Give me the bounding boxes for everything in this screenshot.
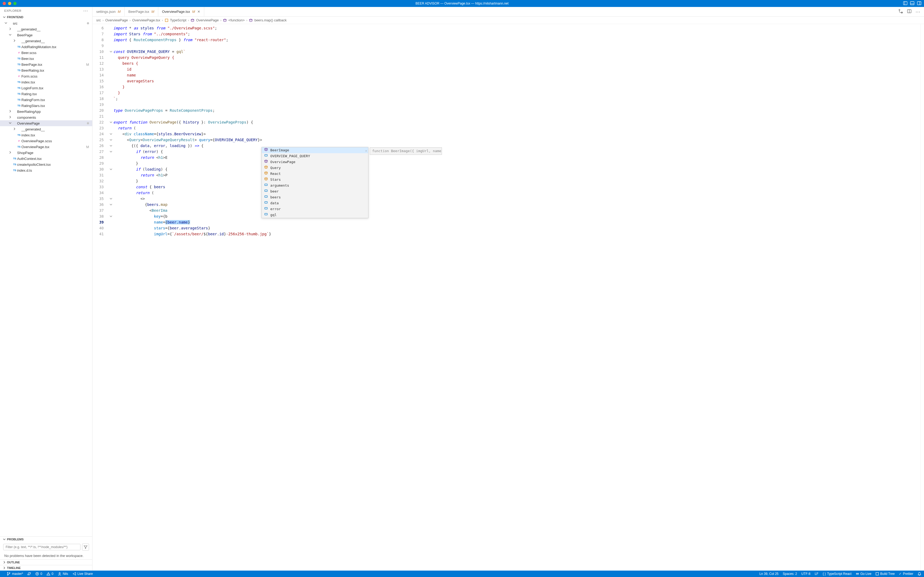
maximize-window-icon[interactable]	[13, 2, 16, 5]
tree-item[interactable]: TSRatingForm.tsx	[0, 97, 92, 103]
language-mode[interactable]: { } TypeScript React	[823, 572, 852, 575]
git-branch[interactable]: master*	[7, 572, 23, 575]
suggest-kind-icon	[264, 194, 268, 200]
read-more-icon[interactable]: ›	[365, 148, 367, 154]
close-tab-icon[interactable]: ✕	[197, 10, 200, 14]
split-editor-icon[interactable]	[907, 9, 912, 15]
chevron-down-icon[interactable]	[4, 21, 8, 26]
breadcrumb-item[interactable]: beers.map() callback	[254, 18, 287, 22]
suggest-item[interactable]: OverviewPage	[262, 159, 368, 165]
prettier[interactable]: ✓ Prettier	[899, 572, 913, 575]
breadcrumb-item[interactable]: TypeScript	[170, 18, 186, 22]
file-tree[interactable]: src__generated__BeerPage__generated__TSA…	[0, 20, 92, 537]
layout-panel-bottom-icon[interactable]	[910, 1, 914, 6]
filter-icon[interactable]	[82, 543, 89, 551]
suggest-item[interactable]: error	[262, 206, 368, 212]
chevron-right-icon[interactable]	[8, 151, 12, 155]
chevron-right-icon[interactable]	[13, 127, 16, 131]
tree-item[interactable]: TSAuthContext.tsx	[0, 156, 92, 161]
warnings-count[interactable]: 0	[47, 572, 53, 575]
compare-changes-icon[interactable]	[898, 9, 903, 15]
tree-item[interactable]: __generated__	[0, 126, 92, 132]
tree-item[interactable]: TSindex.tsx	[0, 132, 92, 138]
sync-icon[interactable]	[27, 572, 31, 575]
breadcrumb-item[interactable]: OverviewPage	[105, 18, 128, 22]
minimap[interactable]	[920, 24, 924, 571]
breadcrumb-item[interactable]: src	[96, 18, 101, 22]
indent-setting[interactable]: Spaces: 2	[783, 572, 797, 575]
tree-item[interactable]: TScreateApolloClient.tsx	[0, 161, 92, 168]
tree-item[interactable]: TSOverviewPage.tsxM	[0, 144, 92, 150]
go-live[interactable]: Go Live	[856, 572, 871, 575]
user-account[interactable]: Nils	[58, 572, 68, 575]
chevron-right-icon[interactable]	[13, 39, 16, 43]
editor-tab[interactable]: OverviewPage.tsx M ✕	[158, 7, 204, 16]
suggest-item[interactable]: arguments	[262, 183, 368, 189]
tree-item[interactable]: __generated__	[0, 26, 92, 32]
suggest-item[interactable]: gql	[262, 212, 368, 218]
tree-item[interactable]: __generated__	[0, 38, 92, 44]
tree-item[interactable]: BeerRatingApp	[0, 108, 92, 114]
tree-item[interactable]: #Beer.scss	[0, 50, 92, 56]
cursor-position[interactable]: Ln 39, Col 25	[759, 572, 778, 575]
suggest-item[interactable]: Stars	[262, 177, 368, 183]
chevron-right-icon[interactable]	[8, 27, 12, 31]
tree-item[interactable]: TSBeer.tsx	[0, 56, 92, 61]
breadcrumb-item[interactable]: OverviewPage	[196, 18, 219, 22]
build-tree[interactable]: Build Tree	[876, 572, 895, 575]
tree-item[interactable]: TSRating.tsx	[0, 91, 92, 97]
chevron-down-icon[interactable]	[8, 33, 12, 37]
section-outline[interactable]: OUTLINE	[0, 559, 92, 565]
suggest-detail: function BeerImage({ imgUrl, name,…	[370, 147, 442, 155]
tree-item[interactable]: #Form.scss	[0, 73, 92, 79]
chevron-down-icon[interactable]	[8, 121, 12, 126]
tree-item[interactable]: BeerPage	[0, 32, 92, 38]
suggest-item[interactable]: OVERVIEW_PAGE_QUERY	[262, 153, 368, 159]
section-timeline[interactable]: TIMELINE	[0, 565, 92, 571]
editor-tab[interactable]: BeerPage.tsx M	[125, 7, 158, 16]
section-problems[interactable]: PROBLEMS	[0, 537, 92, 542]
suggest-item[interactable]: data	[262, 200, 368, 206]
problems-filter-input[interactable]	[3, 544, 80, 550]
encoding[interactable]: UTF-8	[801, 572, 810, 575]
code-editor[interactable]: 6789101112131415161718192021222324252627…	[92, 24, 924, 571]
tree-item[interactable]: OverviewPage	[0, 120, 92, 126]
tree-item[interactable]: components	[0, 114, 92, 120]
breadcrumb-separator: ›	[246, 18, 247, 22]
statusbar: master* 0 0 Nils Live Share Ln 39, Col 2…	[0, 571, 924, 577]
breadcrumb[interactable]: src›OverviewPage›OverviewPage.tsx›TypeSc…	[92, 16, 924, 24]
breadcrumb-item[interactable]: <function>	[228, 18, 245, 22]
tree-item[interactable]: TSAddRatingMutation.tsx	[0, 44, 92, 50]
layout-panel-left-icon[interactable]	[903, 1, 908, 6]
tree-item[interactable]: ShopPage	[0, 150, 92, 156]
chevron-right-icon[interactable]	[8, 110, 12, 114]
tree-item[interactable]: #OverviewPage.scss	[0, 138, 92, 144]
close-window-icon[interactable]	[3, 2, 6, 5]
layout-panel-right-icon[interactable]	[917, 1, 921, 6]
fold-column[interactable]	[109, 24, 113, 571]
tree-item[interactable]: TSLoginForm.tsx	[0, 85, 92, 91]
suggest-label: beers	[270, 194, 281, 200]
tree-item[interactable]: TSBeerRating.tsx	[0, 68, 92, 73]
suggest-item[interactable]: beers	[262, 194, 368, 200]
suggest-item[interactable]: BeerImage	[262, 147, 368, 153]
suggest-item[interactable]: Query	[262, 165, 368, 171]
tree-item[interactable]: TSindex.tsx	[0, 79, 92, 85]
code-body[interactable]: import * as styles from "./OverviewPage.…	[113, 24, 920, 571]
suggest-item[interactable]: React	[262, 171, 368, 177]
tree-item[interactable]: TSindex.d.ts	[0, 168, 92, 173]
editor-tab[interactable]: settings.json M	[92, 7, 125, 16]
section-frontend[interactable]: FRONTEND	[0, 15, 92, 20]
breadcrumb-item[interactable]: OverviewPage.tsx	[132, 18, 160, 22]
minimize-window-icon[interactable]	[8, 2, 11, 5]
errors-count[interactable]: 0	[35, 572, 42, 575]
tree-item[interactable]: TSBeerPage.tsxM	[0, 61, 92, 68]
tree-item[interactable]: src	[0, 20, 92, 26]
suggest-popup[interactable]: function BeerImage({ imgUrl, name,… › Be…	[261, 147, 369, 218]
notifications-icon[interactable]	[918, 572, 921, 575]
eol[interactable]: LF	[815, 572, 818, 575]
live-share[interactable]: Live Share	[72, 572, 93, 575]
tree-item[interactable]: TSRatingStars.tsx	[0, 103, 92, 108]
chevron-right-icon[interactable]	[8, 116, 12, 119]
suggest-item[interactable]: beer	[262, 189, 368, 194]
